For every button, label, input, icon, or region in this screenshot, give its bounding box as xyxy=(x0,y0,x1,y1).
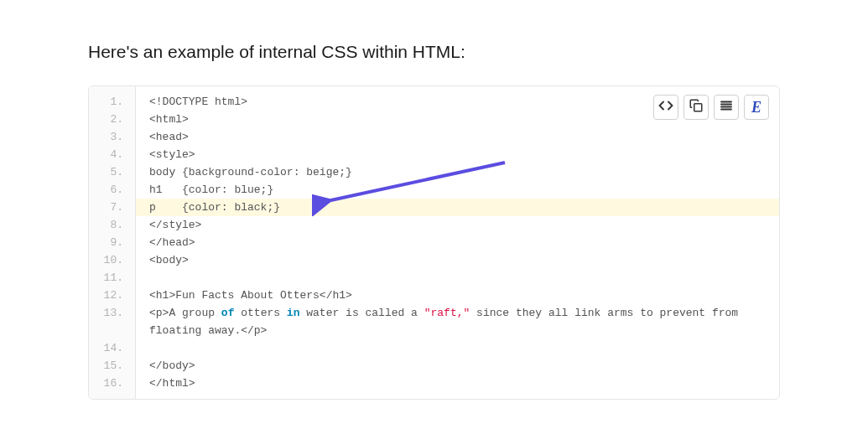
code-line xyxy=(136,339,779,357)
line-number: 14. xyxy=(89,339,135,357)
lines-icon xyxy=(719,98,734,116)
line-number: 9. xyxy=(89,234,135,251)
code-lines: <!DOCTYPE html><html><head><style>body {… xyxy=(136,86,779,399)
line-gutter: 1.2.3.4.5.6.7.8.9.10.11.12.13.14.15.16. xyxy=(89,86,136,399)
line-number: 12. xyxy=(89,287,135,304)
code-toolbar: E xyxy=(653,95,769,120)
code-line: </html> xyxy=(136,375,779,392)
svg-rect-0 xyxy=(694,104,702,111)
line-number: 10. xyxy=(89,251,135,269)
code-line: </head> xyxy=(136,234,779,251)
e-icon: E xyxy=(751,99,761,116)
code-block: E 1.2.3.4.5.6.7.8.9.10.11.12.13.14.15.16… xyxy=(88,85,780,400)
edit-button[interactable]: E xyxy=(744,95,769,120)
line-number: 1. xyxy=(89,93,135,111)
line-number: 16. xyxy=(89,375,135,392)
line-number: 3. xyxy=(89,128,135,146)
line-number: 2. xyxy=(89,111,135,128)
code-line: </body> xyxy=(136,357,779,375)
code-line xyxy=(136,269,779,287)
code-line: <body> xyxy=(136,251,779,269)
line-number: 8. xyxy=(89,216,135,234)
wrap-lines-button[interactable] xyxy=(714,95,739,120)
code-line: <h1>Fun Facts About Otters</h1> xyxy=(136,287,779,304)
code-line: <style> xyxy=(136,146,779,163)
code-line: p {color: black;} xyxy=(136,199,779,216)
code-line: <p>A group of otters in water is called … xyxy=(136,304,779,339)
code-icon xyxy=(658,98,673,116)
section-heading: Here's an example of internal CSS within… xyxy=(88,42,780,62)
line-number: 13. xyxy=(89,304,135,339)
line-number: 7. xyxy=(89,199,135,216)
copy-button[interactable] xyxy=(683,95,709,120)
code-line: body {background-color: beige;} xyxy=(136,163,779,181)
line-number: 6. xyxy=(89,181,135,199)
line-number: 5. xyxy=(89,163,135,181)
toggle-code-button[interactable] xyxy=(653,95,678,120)
line-number: 15. xyxy=(89,357,135,375)
code-line: </style> xyxy=(136,216,779,234)
line-number: 11. xyxy=(89,269,135,287)
copy-icon xyxy=(689,98,704,116)
code-content: 1.2.3.4.5.6.7.8.9.10.11.12.13.14.15.16. … xyxy=(89,86,779,399)
code-line: <head> xyxy=(136,128,779,146)
code-line: h1 {color: blue;} xyxy=(136,181,779,199)
line-number: 4. xyxy=(89,146,135,163)
